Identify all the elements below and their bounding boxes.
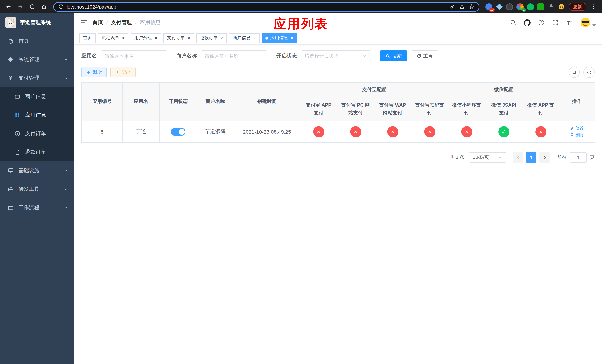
delete-link[interactable]: 删除: [570, 132, 584, 138]
sidebar-item-payment[interactable]: ¥ 支付管理: [0, 69, 74, 87]
goto-page-input[interactable]: [570, 152, 587, 162]
github-button[interactable]: [524, 19, 531, 26]
extension-green-square-icon[interactable]: [537, 3, 544, 10]
app-logo: [5, 17, 16, 28]
extension-diamond-icon[interactable]: [496, 3, 503, 10]
fullscreen-button[interactable]: [552, 19, 559, 26]
browser-update-button[interactable]: 更新: [569, 3, 586, 11]
sidebar-item-dev-tools[interactable]: 研发工具: [0, 180, 74, 198]
plus-icon: [86, 70, 91, 75]
share-icon[interactable]: [460, 4, 465, 9]
tab-pay-order[interactable]: 支付订单 ×: [163, 33, 194, 43]
col-header-status: 开启状态: [159, 82, 197, 121]
browser-home-button[interactable]: [39, 2, 49, 11]
add-button[interactable]: 新增: [81, 67, 107, 77]
reset-button[interactable]: 重置: [411, 50, 438, 62]
chevron-right-icon: [542, 155, 547, 160]
sidebar-item-label: 首页: [19, 38, 29, 44]
export-button[interactable]: 导出: [110, 67, 136, 77]
browser-forward-button[interactable]: [16, 2, 25, 11]
enabled-switch[interactable]: [171, 128, 185, 135]
extension-smiley-icon[interactable]: [558, 3, 565, 10]
extension-green-circle-icon[interactable]: [527, 3, 534, 10]
font-size-icon: T: [570, 21, 572, 24]
close-icon[interactable]: ×: [220, 36, 223, 40]
browser-back-button[interactable]: [4, 2, 13, 11]
tab-user-group[interactable]: 用户分组 ×: [130, 33, 161, 43]
close-icon[interactable]: ×: [155, 36, 157, 40]
close-icon[interactable]: ×: [187, 36, 190, 40]
chevron-left-icon: [516, 155, 520, 160]
app-name-label: 应用名: [81, 53, 97, 59]
sidebar-item-label: 应用信息: [25, 112, 46, 118]
user-menu[interactable]: [580, 17, 596, 28]
edit-link[interactable]: 修改: [570, 125, 584, 131]
help-button[interactable]: ?: [538, 19, 545, 26]
search-button[interactable]: 搜索: [380, 50, 407, 62]
tab-label: 用户分组: [134, 35, 152, 41]
header-search-button[interactable]: [509, 19, 517, 26]
sidebar-item-app-info[interactable]: 应用信息: [0, 106, 74, 124]
password-key-icon[interactable]: [450, 4, 455, 9]
sidebar-item-merchant-info[interactable]: 商户信息: [0, 87, 74, 106]
table-toolbar: 新增 导出: [81, 67, 595, 78]
browser-reload-button[interactable]: [27, 2, 37, 11]
goto-label: 前往: [557, 154, 567, 161]
browser-menu-button[interactable]: [589, 2, 598, 11]
sidebar-item-home[interactable]: 首页: [0, 32, 74, 50]
prev-page-button[interactable]: [513, 152, 523, 162]
tags-view: 首页 流程表单 × 用户分组 × 支付订单 × 退款订单 ×: [74, 32, 602, 44]
breadcrumb-home[interactable]: 首页: [93, 19, 103, 26]
sidebar-item-infra[interactable]: 基础设施: [0, 161, 74, 180]
home-icon: [41, 4, 47, 10]
toggle-search-button[interactable]: [569, 67, 580, 78]
gear-icon: [7, 56, 14, 63]
bookmark-star-icon[interactable]: [469, 4, 474, 9]
merchant-name-label: 商户名称: [176, 53, 197, 59]
merchant-name-input[interactable]: [201, 50, 267, 62]
chevron-down-icon: [64, 205, 68, 210]
svg-text:¥: ¥: [16, 132, 18, 135]
tab-refund-order[interactable]: 退款订单 ×: [196, 33, 227, 43]
address-bar[interactable]: localhost:1024/pay/app: [53, 2, 479, 12]
extension-blue-icon[interactable]: 10: [485, 3, 492, 10]
close-icon[interactable]: ×: [253, 36, 256, 40]
info-icon[interactable]: [58, 4, 64, 9]
close-icon[interactable]: ×: [122, 36, 125, 40]
next-page-button[interactable]: [539, 152, 550, 162]
pagination-total: 共 1 条: [450, 154, 465, 161]
main-area: 首页 / 支付管理 / 应用信息 ?: [74, 13, 602, 364]
browser-toolbar: localhost:1024/pay/app 10 1: [0, 0, 602, 13]
hamburger-icon[interactable]: [80, 18, 87, 27]
page-number-button[interactable]: 1: [526, 152, 537, 162]
url-text[interactable]: localhost:1024/pay/app: [67, 4, 447, 10]
tab-flow-form[interactable]: 流程表单 ×: [98, 33, 128, 43]
tab-home[interactable]: 首页: [79, 33, 96, 43]
extension-pin-icon[interactable]: [548, 3, 555, 10]
close-icon[interactable]: ×: [291, 36, 293, 40]
svg-text:?: ?: [540, 21, 542, 25]
page-content: 应用名 商户名称 开启状态 请选择开启状态: [74, 44, 602, 364]
tab-app-info[interactable]: 应用信息 ×: [262, 33, 297, 43]
refresh-table-button[interactable]: [583, 67, 595, 78]
col-header-app-name: 应用名: [122, 82, 159, 121]
font-size-button[interactable]: TT: [566, 19, 573, 26]
breadcrumb-section[interactable]: 支付管理: [111, 19, 132, 26]
app-name-input[interactable]: [101, 50, 167, 62]
page-unit-label: 页: [590, 154, 595, 161]
sidebar-logo-row[interactable]: 芋道管理系统: [0, 13, 74, 32]
col-header-alipay-qr: 支付宝扫码支付: [411, 97, 448, 121]
monitor-icon: [7, 167, 14, 174]
extension-color-icon[interactable]: 1: [516, 3, 524, 10]
extension-dark-icon[interactable]: [506, 3, 513, 10]
sidebar-item-system[interactable]: 系统管理: [0, 50, 74, 69]
question-icon: ?: [538, 19, 545, 26]
sidebar-item-workflow[interactable]: 工作流程: [0, 198, 74, 217]
address-bar-actions: [450, 4, 474, 9]
status-select[interactable]: 请选择开启状态: [301, 50, 371, 62]
tab-merchant-info[interactable]: 商户信息 ×: [229, 33, 259, 43]
sidebar-item-pay-order[interactable]: ¥ 支付订单: [0, 124, 74, 143]
page-size-select[interactable]: 10条/页: [469, 152, 506, 162]
sidebar-item-refund-order[interactable]: 退款订单: [0, 143, 74, 161]
tab-label: 流程表单: [101, 35, 119, 41]
